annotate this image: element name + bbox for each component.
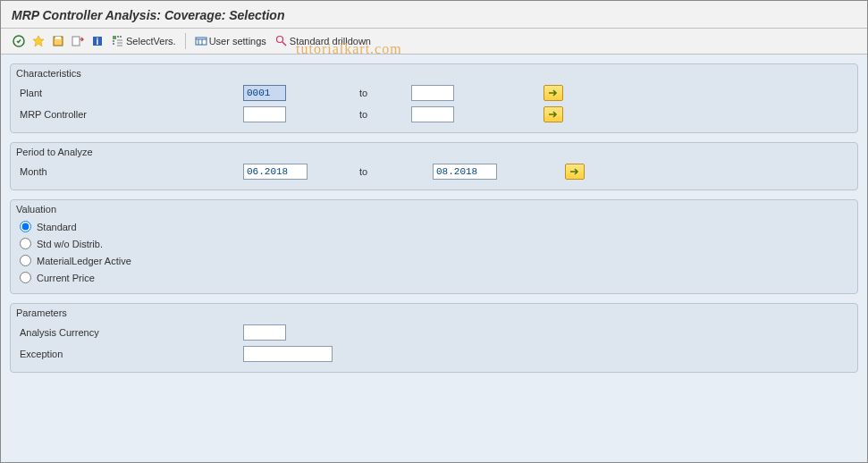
group-period-title: Period to Analyze xyxy=(13,145,855,161)
group-characteristics-title: Characteristics xyxy=(13,66,855,82)
group-characteristics: Characteristics Plant to MRP Controller … xyxy=(10,63,858,133)
exception-label: Exception xyxy=(20,349,243,359)
row-exception: Exception xyxy=(13,343,855,365)
standard-drilldown-button[interactable]: Standard drilldown xyxy=(272,33,375,49)
plant-to-label: to xyxy=(286,88,411,98)
standard-drilldown-label: Standard drilldown xyxy=(290,36,371,46)
row-month: Month to xyxy=(13,161,855,182)
mrp-label: MRP Controller xyxy=(20,109,243,120)
row-currency: Analysis Currency xyxy=(13,322,855,343)
group-parameters-title: Parameters xyxy=(13,306,855,322)
mrp-from-input[interactable] xyxy=(243,106,286,122)
svg-rect-11 xyxy=(113,43,114,45)
svg-rect-3 xyxy=(55,37,61,39)
svg-rect-9 xyxy=(120,36,122,38)
exception-input[interactable] xyxy=(243,346,333,362)
content-area: Characteristics Plant to MRP Controller … xyxy=(1,55,867,462)
month-from-input[interactable] xyxy=(243,164,308,180)
mrp-to-input[interactable] xyxy=(411,106,454,122)
month-to-label: to xyxy=(308,166,433,177)
radio-row-current: Current Price xyxy=(13,269,855,286)
group-period: Period to Analyze Month to xyxy=(10,142,858,190)
select-vers-label: SelectVers. xyxy=(126,36,176,46)
radio-row-standard: Standard xyxy=(13,218,855,235)
group-valuation: Valuation Standard Std w/o Distrib. Mate… xyxy=(10,199,858,294)
group-parameters: Parameters Analysis Currency Exception xyxy=(10,303,858,373)
user-settings-label: User settings xyxy=(209,36,266,46)
page-title: MRP Controller Analysis: Coverage: Selec… xyxy=(12,8,856,22)
execute-icon[interactable] xyxy=(10,32,28,50)
month-range-button[interactable] xyxy=(565,164,585,180)
title-bar: MRP Controller Analysis: Coverage: Selec… xyxy=(1,1,867,29)
plant-from-input[interactable] xyxy=(243,85,286,101)
radio-standard-label[interactable]: Standard xyxy=(37,222,77,232)
plant-range-button[interactable] xyxy=(544,85,563,101)
svg-text:i: i xyxy=(97,37,99,46)
radio-current-price-label[interactable]: Current Price xyxy=(37,273,95,283)
mrp-range-button[interactable] xyxy=(544,106,563,122)
plant-label: Plant xyxy=(20,88,243,98)
toolbar: i SelectVers. User settings Standard dri… xyxy=(1,29,867,55)
toolbar-separator-1 xyxy=(185,33,186,49)
svg-marker-1 xyxy=(33,36,44,46)
group-valuation-title: Valuation xyxy=(13,202,855,218)
radio-std-wo[interactable] xyxy=(20,238,31,249)
save-icon[interactable] xyxy=(49,32,67,50)
svg-rect-10 xyxy=(113,40,114,42)
radio-std-wo-label[interactable]: Std w/o Distrib. xyxy=(37,239,103,249)
month-to-input[interactable] xyxy=(433,164,497,180)
svg-rect-8 xyxy=(117,36,119,38)
svg-rect-4 xyxy=(72,37,80,46)
svg-rect-12 xyxy=(196,38,206,45)
radio-standard[interactable] xyxy=(20,221,31,232)
svg-point-13 xyxy=(276,37,282,43)
row-plant: Plant to xyxy=(13,82,855,104)
plant-to-input[interactable] xyxy=(411,85,454,101)
variant-get-icon[interactable] xyxy=(69,32,87,50)
month-label: Month xyxy=(20,166,243,177)
currency-input[interactable] xyxy=(243,324,286,341)
mrp-to-label: to xyxy=(286,109,411,120)
select-vers-button[interactable]: SelectVers. xyxy=(108,33,180,49)
radio-ml-active-label[interactable]: MaterialLedger Active xyxy=(37,256,131,266)
currency-label: Analysis Currency xyxy=(20,327,243,338)
row-mrp-controller: MRP Controller to xyxy=(13,104,855,125)
variant-icon[interactable] xyxy=(29,32,47,50)
svg-rect-7 xyxy=(113,36,116,39)
radio-ml-active[interactable] xyxy=(20,255,31,266)
user-settings-button[interactable]: User settings xyxy=(191,33,270,49)
radio-current-price[interactable] xyxy=(20,272,31,283)
info-icon[interactable]: i xyxy=(88,32,106,50)
radio-row-stdwo: Std w/o Distrib. xyxy=(13,235,855,252)
radio-row-ml: MaterialLedger Active xyxy=(13,252,855,269)
